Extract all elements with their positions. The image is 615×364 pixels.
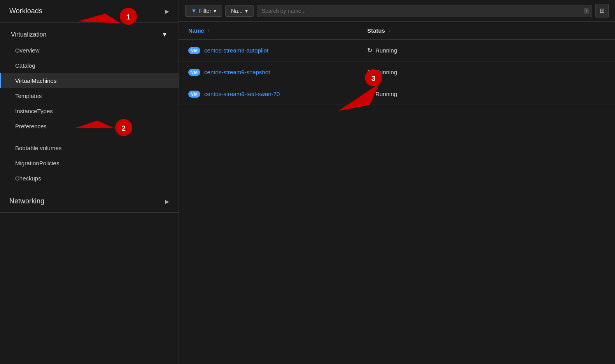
sidebar-item-checkups[interactable]: Checkups xyxy=(0,171,179,186)
sidebar-item-instance-types[interactable]: InstanceTypes xyxy=(0,103,179,119)
status-sort-icon: ↕ xyxy=(388,28,391,33)
virtualization-chevron-icon: ▼ xyxy=(161,31,168,38)
vm-name-1[interactable]: centos-stream9-snapshot xyxy=(204,69,270,75)
status-text-1: Running xyxy=(375,69,397,75)
filter-icon: ▼ xyxy=(191,7,197,14)
status-text-2: Running xyxy=(375,91,397,97)
vm-badge-1: VM xyxy=(188,69,200,76)
status-text-0: Running xyxy=(375,47,397,54)
sidebar-section-workloads[interactable]: Workloads ▶ xyxy=(0,0,179,23)
running-icon-2: ↻ xyxy=(367,90,372,98)
vm-name-2[interactable]: centos-stream9-teal-swan-70 xyxy=(204,91,280,97)
vm-badge-2: VM xyxy=(188,91,200,98)
running-icon-1: ↻ xyxy=(367,68,372,76)
name-sort-icon: ↑ xyxy=(207,28,210,33)
workloads-chevron-icon: ▶ xyxy=(165,8,169,14)
filter-label: Filter xyxy=(199,8,211,14)
sidebar-item-templates-label: Templates xyxy=(15,93,42,99)
sidebar-item-overview-label: Overview xyxy=(15,47,40,54)
vm-badge-0: VM xyxy=(188,47,200,54)
search-shortcut-badge: / xyxy=(584,8,589,14)
filter-dropdown-icon: ▾ xyxy=(214,8,216,14)
row-name-col-2: VM centos-stream9-teal-swan-70 xyxy=(188,91,367,98)
filter-button[interactable]: ▼ Filter ▾ xyxy=(185,5,222,17)
col-name-label: Name xyxy=(188,27,204,34)
row-status-col-0: ↻ Running xyxy=(367,47,484,54)
sidebar-item-templates[interactable]: Templates xyxy=(0,88,179,103)
networking-label: Networking xyxy=(9,197,44,205)
vm-table: Name ↑ Status ↕ VM centos-stream9-autopi… xyxy=(179,22,615,364)
columns-icon: ⊞ xyxy=(599,7,604,14)
table-row[interactable]: VM centos-stream9-teal-swan-70 ↻ Running xyxy=(179,83,615,105)
sidebar-item-migration-policies[interactable]: MigrationPolicies xyxy=(0,156,179,171)
name-dropdown-chevron-icon: ▾ xyxy=(245,8,248,14)
search-wrapper: / xyxy=(257,5,592,17)
name-dropdown-button[interactable]: Na... ▾ xyxy=(225,5,254,17)
sidebar-section-networking[interactable]: Networking ▶ xyxy=(0,190,179,213)
sidebar: Workloads ▶ Virtualization ▼ Overview Ca… xyxy=(0,0,179,364)
toolbar: ▼ Filter ▾ Na... ▾ / ⊞ xyxy=(179,0,615,22)
columns-button[interactable]: ⊞ xyxy=(595,4,609,18)
sidebar-item-checkups-label: Checkups xyxy=(15,175,41,182)
row-name-col-1: VM centos-stream9-snapshot xyxy=(188,69,367,76)
running-icon-0: ↻ xyxy=(367,47,372,54)
column-name[interactable]: Name ↑ xyxy=(188,27,367,34)
sidebar-item-bootable-volumes-label: Bootable volumes xyxy=(15,145,61,151)
sidebar-item-preferences-label: Preferences xyxy=(15,123,47,130)
workloads-label: Workloads xyxy=(9,7,42,15)
main-content: ▼ Filter ▾ Na... ▾ / ⊞ Name ↑ Status ↕ xyxy=(179,0,615,364)
sidebar-virtualization-section: Virtualization ▼ Overview Catalog Virtua… xyxy=(0,23,179,190)
sidebar-item-virtual-machines-label: VirtualMachines xyxy=(15,77,56,84)
name-dropdown-label: Na... xyxy=(231,8,243,14)
sidebar-item-virtual-machines[interactable]: VirtualMachines xyxy=(0,73,179,88)
column-status[interactable]: Status ↕ xyxy=(367,27,484,34)
sidebar-virtualization-header[interactable]: Virtualization ▼ xyxy=(0,26,179,43)
sidebar-divider xyxy=(9,137,169,137)
row-status-col-2: ↻ Running xyxy=(367,90,484,98)
col-status-label: Status xyxy=(367,27,385,34)
sidebar-item-migration-policies-label: MigrationPolicies xyxy=(15,160,59,166)
virtualization-label: Virtualization xyxy=(11,31,46,38)
search-input[interactable] xyxy=(257,5,592,17)
table-row[interactable]: VM centos-stream9-snapshot ↻ Running xyxy=(179,61,615,83)
vm-name-0[interactable]: centos-stream9-autopilot xyxy=(204,47,268,54)
table-header: Name ↑ Status ↕ xyxy=(179,22,615,40)
sidebar-item-overview[interactable]: Overview xyxy=(0,43,179,58)
sidebar-item-bootable-volumes[interactable]: Bootable volumes xyxy=(0,140,179,156)
sidebar-item-catalog-label: Catalog xyxy=(15,62,35,69)
row-status-col-1: ↻ Running xyxy=(367,68,484,76)
sidebar-item-preferences[interactable]: Preferences xyxy=(0,119,179,134)
networking-chevron-icon: ▶ xyxy=(165,198,169,205)
sidebar-item-catalog[interactable]: Catalog xyxy=(0,58,179,73)
sidebar-item-instance-types-label: InstanceTypes xyxy=(15,108,53,114)
table-row[interactable]: VM centos-stream9-autopilot ↻ Running xyxy=(179,40,615,61)
row-name-col-0: VM centos-stream9-autopilot xyxy=(188,47,367,54)
